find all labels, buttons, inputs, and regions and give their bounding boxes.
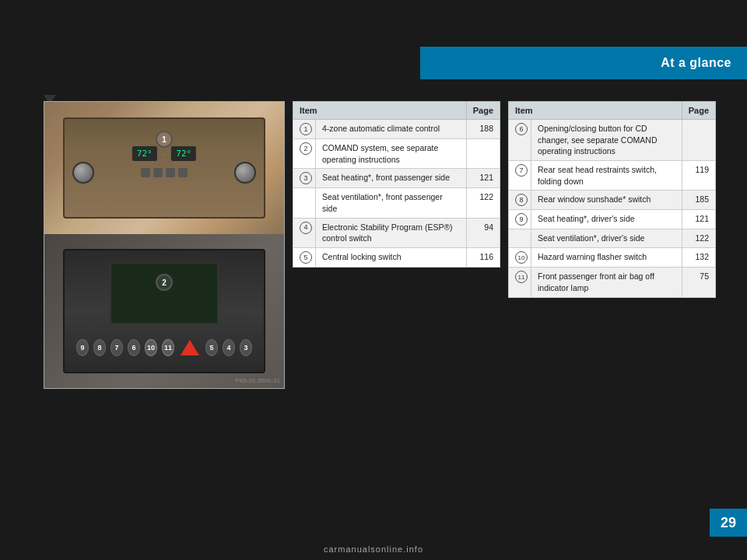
item-text-cell: Rear seat head restraints switch, foldin… bbox=[531, 161, 682, 191]
item-num-cell: 5 bbox=[293, 248, 316, 268]
item-text-cell: Seat heating*, driver's side bbox=[531, 210, 682, 229]
knob-right bbox=[234, 162, 256, 184]
circle-11: 11 bbox=[162, 339, 174, 356]
item-text-cell: COMAND system, see separate operating in… bbox=[316, 139, 467, 169]
table-row: 6 Opening/closing button for CD changer,… bbox=[509, 120, 716, 161]
knob-left bbox=[72, 162, 94, 184]
item-number: 3 bbox=[300, 172, 312, 184]
page-num-cell: 116 bbox=[466, 248, 500, 268]
item-number: 7 bbox=[515, 164, 528, 177]
page-num-cell: 122 bbox=[682, 229, 715, 248]
climate-display: 72° · 72° bbox=[132, 146, 196, 161]
page-num-cell: 119 bbox=[682, 161, 715, 191]
item-num-cell: 7 bbox=[509, 161, 531, 191]
table-row: 10 Hazard warning flasher switch 132 bbox=[509, 248, 716, 268]
circle-9: 9 bbox=[76, 339, 89, 356]
item-num-cell: 1 bbox=[293, 120, 316, 139]
car-image: 1 72° · 72° bbox=[44, 101, 285, 389]
warning-triangle-icon bbox=[181, 340, 199, 355]
knobs-row bbox=[65, 162, 264, 184]
page-num-cell bbox=[466, 139, 500, 169]
table-row: 4 Electronic Stability Program (ESP®) co… bbox=[293, 218, 500, 247]
comand-panel: 2 9 8 7 6 10 11 5 4 3 bbox=[63, 249, 265, 373]
image-caption: P85-20-3500-31 bbox=[235, 377, 280, 384]
main-content: 1 72° · 72° bbox=[44, 101, 716, 389]
item-text-cell: Front passenger front air bag off indica… bbox=[531, 268, 682, 297]
item-number: 2 bbox=[300, 142, 312, 155]
item-num-cell bbox=[509, 229, 531, 248]
bottom-watermark: carmanualsonline.info bbox=[0, 538, 747, 560]
item-num-cell: 3 bbox=[293, 169, 316, 188]
btn4 bbox=[178, 168, 188, 177]
item-text-cell: Electronic Stability Program (ESP®) cont… bbox=[316, 218, 467, 247]
left-table-item-header: Item bbox=[293, 102, 467, 120]
item-num-cell: 11 bbox=[509, 268, 531, 297]
left-table: Item Page 1 4-zone automatic climate con… bbox=[293, 101, 500, 268]
table-row: Seat ventilation*, driver's side 122 bbox=[509, 229, 716, 248]
item-number: 5 bbox=[300, 251, 312, 264]
item-text-cell: Central locking switch bbox=[316, 248, 467, 268]
label-1: 1 bbox=[156, 131, 173, 148]
item-text-cell: Hazard warning flasher switch bbox=[531, 248, 682, 268]
item-text-cell: Opening/closing button for CD changer, s… bbox=[531, 120, 682, 161]
bottom-num-circles: 9 8 7 6 10 11 5 4 3 bbox=[65, 339, 264, 356]
page-number: 29 bbox=[721, 515, 736, 531]
item-num-cell: 4 bbox=[293, 218, 316, 247]
table-row: 2 COMAND system, see separate operating … bbox=[293, 139, 500, 169]
table-row: 9 Seat heating*, driver's side 121 bbox=[509, 210, 716, 229]
table-row: 8 Rear window sunshade* switch 185 bbox=[509, 191, 716, 210]
circle-3: 3 bbox=[240, 339, 252, 356]
right-table-page-header: Page bbox=[682, 102, 715, 120]
table-row: 11 Front passenger front air bag off ind… bbox=[509, 268, 716, 297]
btn1 bbox=[141, 168, 150, 177]
item-text-cell: Seat ventilation*, front passenger side bbox=[316, 188, 467, 218]
item-num-cell: 6 bbox=[509, 120, 531, 161]
btn2 bbox=[153, 168, 163, 177]
item-number: 10 bbox=[515, 251, 528, 264]
temp-left: 72° bbox=[132, 146, 157, 161]
page-num-cell: 75 bbox=[682, 268, 715, 297]
item-number: 4 bbox=[300, 222, 312, 234]
header-title: At a glance bbox=[661, 56, 731, 70]
temp-separator: · bbox=[163, 150, 166, 158]
table-row: Seat ventilation*, front passenger side … bbox=[293, 188, 500, 218]
circle-4: 4 bbox=[223, 339, 235, 356]
page-badge: 29 bbox=[710, 509, 747, 537]
right-table: Item Page 6 Opening/closing button for C… bbox=[508, 101, 716, 298]
buttons-row bbox=[141, 162, 188, 184]
item-num-cell: 9 bbox=[509, 210, 531, 229]
item-num-cell: 2 bbox=[293, 139, 316, 169]
table-row: 3 Seat heating*, front passenger side 12… bbox=[293, 169, 500, 188]
page-num-cell: 122 bbox=[466, 188, 500, 218]
circle-10: 10 bbox=[145, 339, 157, 356]
circle-5: 5 bbox=[205, 339, 218, 356]
climate-panel: 1 72° · 72° bbox=[63, 117, 265, 219]
comand-screen bbox=[110, 262, 219, 324]
item-text-cell: Seat heating*, front passenger side bbox=[316, 169, 467, 188]
item-number: 11 bbox=[515, 271, 528, 283]
left-table-page-header: Page bbox=[466, 102, 500, 120]
circle-6: 6 bbox=[128, 339, 140, 356]
warning-triangle-container bbox=[181, 339, 199, 356]
car-panel-bottom-area: 2 9 8 7 6 10 11 5 4 3 bbox=[44, 234, 284, 388]
temp-right: 72° bbox=[171, 146, 196, 161]
table-row: 1 4-zone automatic climate control 188 bbox=[293, 120, 500, 139]
page-num-cell: 121 bbox=[466, 169, 500, 188]
watermark-text: carmanualsonline.info bbox=[324, 544, 423, 554]
btn3 bbox=[166, 168, 175, 177]
page-num-cell: 121 bbox=[682, 210, 715, 229]
page-num-cell: 132 bbox=[682, 248, 715, 268]
item-number: 8 bbox=[515, 194, 528, 206]
item-text-cell: Seat ventilation*, driver's side bbox=[531, 229, 682, 248]
car-panel-top-area: 1 72° · 72° bbox=[44, 102, 284, 234]
page-num-cell: 185 bbox=[682, 191, 715, 210]
label-2: 2 bbox=[156, 274, 173, 291]
table-row: 5 Central locking switch 116 bbox=[293, 248, 500, 268]
item-num-cell: 8 bbox=[509, 191, 531, 210]
item-num-cell bbox=[293, 188, 316, 218]
tables-container: Item Page 1 4-zone automatic climate con… bbox=[293, 101, 716, 389]
page-num-cell: 94 bbox=[466, 218, 500, 247]
page-num-cell: 188 bbox=[466, 120, 500, 139]
item-number: 9 bbox=[515, 213, 528, 226]
header-bar: At a glance bbox=[420, 47, 747, 79]
